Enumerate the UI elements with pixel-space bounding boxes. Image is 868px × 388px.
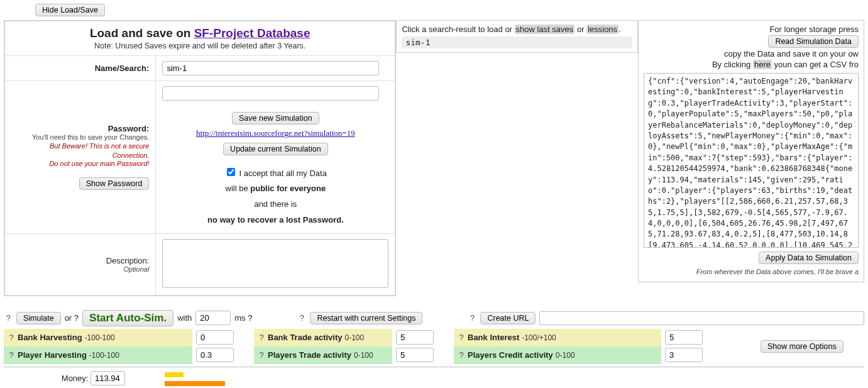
help-icon[interactable]: ?: [458, 333, 465, 342]
players-trade-option: ? Players Trade activity 0-100: [254, 346, 392, 364]
help-icon[interactable]: ?: [468, 313, 476, 323]
show-password-button[interactable]: Show Password: [79, 177, 150, 190]
update-sim-button[interactable]: Update current Simulation: [223, 143, 328, 155]
hide-load-save-button[interactable]: Hide Load/Save: [35, 4, 105, 16]
money-input[interactable]: [91, 371, 125, 385]
panel-title: Load and save on SF-Project Database: [11, 26, 388, 40]
option-range: 0-100: [354, 351, 373, 360]
player-harvesting-option: ? Player Harvesting -100-100: [4, 346, 192, 364]
description-textarea[interactable]: [162, 239, 388, 288]
create-url-button[interactable]: Create URL: [480, 312, 536, 324]
simulate-button[interactable]: Simulate: [16, 312, 61, 324]
option-name: Bank Trade activity: [268, 333, 343, 342]
simulation-data-dump[interactable]: {"cnf":{"version":4,"autoEngage":20,"ban…: [644, 73, 859, 248]
help-icon[interactable]: ?: [4, 313, 13, 323]
help-icon[interactable]: ?: [458, 350, 465, 360]
player-harvesting-input[interactable]: [196, 348, 234, 362]
players-credit-option: ? Players Credit activity 0-100: [454, 346, 661, 364]
option-name: Players Trade activity: [268, 350, 351, 360]
description-label: Description:: [11, 256, 149, 265]
money-label: Money:: [62, 374, 89, 383]
created-url-input[interactable]: [539, 311, 864, 325]
bank-interest-input[interactable]: [665, 330, 703, 345]
restart-button[interactable]: Restart with current Settings: [310, 312, 422, 324]
players-trade-input[interactable]: [396, 348, 434, 362]
bank-harvesting-option: ? Bank Harvesting -100-100: [4, 329, 192, 346]
password-input[interactable]: [162, 86, 379, 101]
option-range: 0-100: [556, 351, 575, 360]
bank-interest-option: ? Bank Interest -100/+100: [454, 329, 661, 346]
with-text: with: [177, 313, 192, 323]
option-name: Bank Harvesting: [18, 333, 82, 342]
copy-hint: copy the Data and save it on your ow: [644, 49, 859, 58]
players-credit-input[interactable]: [665, 348, 703, 362]
interval-input[interactable]: [195, 311, 231, 325]
help-icon[interactable]: ?: [297, 313, 306, 323]
option-range: -100-100: [89, 351, 119, 360]
name-search-input[interactable]: [162, 61, 379, 75]
help-icon[interactable]: ?: [8, 350, 15, 360]
help-icon[interactable]: ?: [258, 350, 265, 360]
option-name: Players Credit activity: [468, 350, 553, 360]
accept-text-1: I accept that all my Data: [239, 169, 326, 178]
password-warn-2: Do not use your main Password!: [11, 160, 149, 167]
option-range: -100-100: [85, 333, 115, 342]
show-more-options-button[interactable]: Show more Options: [761, 340, 843, 353]
apply-data-footnote: From wherever the Data above comes, I'll…: [644, 268, 859, 275]
csv-here-chip[interactable]: here: [753, 60, 772, 69]
money-bar: [165, 372, 184, 377]
option-name: Bank Interest: [468, 333, 519, 342]
bank-harvesting-input[interactable]: [196, 330, 234, 345]
search-results-panel: Click a search-result to load or show la…: [396, 20, 638, 53]
storage-hint: For longer storage press: [644, 25, 859, 34]
accept-text-3: and there is: [162, 197, 388, 213]
title-prefix: Load and save on: [90, 26, 194, 40]
password-warn-1a: But Beware!: [50, 142, 87, 150]
show-last-saves-chip[interactable]: show last saves: [515, 25, 575, 34]
csv-hint-post: youn can get a CSV fro: [772, 60, 859, 69]
read-sim-data-button[interactable]: Read Simulation Data: [768, 35, 859, 48]
password-label: Password:: [11, 124, 149, 133]
option-range: 0-100: [345, 333, 365, 342]
ms-text: ms ?: [234, 313, 252, 323]
apply-data-button[interactable]: Apply Data to Simulation: [759, 252, 859, 264]
search-hint-dot: .: [618, 25, 621, 34]
data-io-panel: For longer storage press Read Simulation…: [638, 20, 864, 282]
sf-project-link[interactable]: SF-Project Database: [194, 26, 310, 40]
accept-checkbox[interactable]: [227, 168, 235, 176]
expiry-note: Note: Unused Saves expire and will be de…: [11, 42, 388, 50]
start-auto-sim-button[interactable]: Start Auto-Sim.: [82, 310, 173, 326]
bank-trade-input[interactable]: [396, 330, 434, 345]
accept-text-2b: public for everyone: [250, 184, 326, 193]
search-hint-pre: Click a search-result to load or: [402, 25, 514, 34]
debts-bar: [165, 381, 225, 386]
description-hint: Optional: [11, 265, 149, 273]
search-result-item[interactable]: sim-1: [402, 36, 632, 48]
help-icon[interactable]: ?: [258, 333, 265, 342]
search-hint-line: Click a search-result to load or show la…: [402, 25, 632, 34]
lessions-chip[interactable]: lessions: [586, 25, 618, 34]
option-name: Player Harvesting: [18, 350, 87, 360]
bank-status: Bank Money: Outstanding Debts: 295 Mater…: [4, 371, 864, 389]
help-icon[interactable]: ?: [8, 333, 15, 342]
option-range: -100/+100: [522, 333, 556, 342]
password-hint: You'll need this to save your Changes.: [11, 133, 149, 141]
csv-hint-pre: By clicking: [712, 60, 753, 69]
search-hint-or: or: [574, 25, 586, 34]
accept-text-2a: will be: [226, 184, 251, 193]
bank-trade-option: ? Bank Trade activity 0-100: [254, 329, 392, 346]
simulation-url-link[interactable]: http://interestsim.sourceforge.net?simul…: [196, 128, 355, 138]
name-search-label: Name/Search:: [95, 64, 150, 73]
or-text: or ?: [65, 313, 79, 323]
save-new-sim-button[interactable]: Save new Simulation: [232, 112, 319, 125]
accept-text-4: no way to recover a lost Password.: [162, 213, 388, 228]
password-warn-1b: This is not a secure Connection.: [87, 142, 149, 159]
load-save-panel: Load and save on SF-Project Database Not…: [4, 20, 396, 296]
